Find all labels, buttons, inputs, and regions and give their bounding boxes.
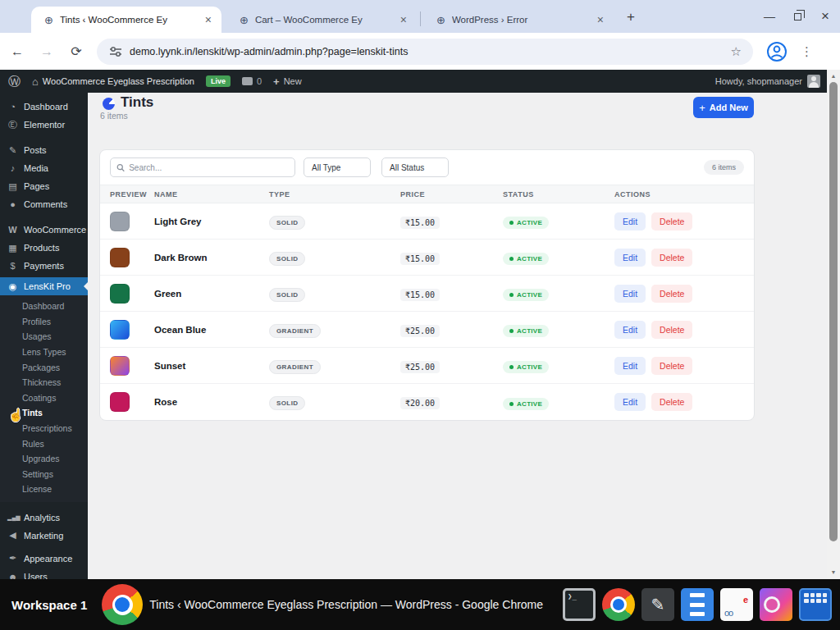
submenu-item-packages[interactable]: Packages — [0, 359, 88, 375]
edit-button[interactable]: Edit — [614, 321, 646, 339]
page-scrollbar[interactable]: ▲ ▼ — [827, 70, 840, 579]
page-content: Tints 6 items + Add New All Type All Sta… — [88, 93, 827, 579]
scroll-down-icon[interactable]: ▼ — [827, 566, 840, 578]
howdy-text[interactable]: Howdy, shopmanager — [715, 76, 802, 86]
submenu-item-lens-types[interactable]: Lens Types — [0, 345, 88, 360]
file-manager-icon[interactable] — [681, 588, 714, 621]
edit-button[interactable]: Edit — [614, 249, 646, 267]
delete-button[interactable]: Delete — [651, 321, 692, 339]
reload-button-icon[interactable]: ⟳ — [64, 39, 89, 64]
submenu-item-license[interactable]: License — [0, 482, 88, 497]
chrome-icon[interactable] — [602, 588, 635, 621]
tab-title: Tints ‹ WooCommerce Ey — [60, 15, 197, 25]
scroll-up-icon[interactable]: ▲ — [827, 70, 840, 81]
tint-swatch — [110, 356, 130, 376]
delete-button[interactable]: Delete — [651, 393, 692, 411]
submenu-item-prescriptions[interactable]: Prescriptions — [0, 421, 88, 436]
chrome-window-icon[interactable] — [102, 584, 143, 625]
edit-button[interactable]: Edit — [614, 357, 646, 375]
document-viewer-icon[interactable]: eoo — [720, 588, 753, 621]
sidebar-item-elementor[interactable]: ⒺElementor — [0, 116, 88, 134]
submenu-item-profiles[interactable]: Profiles — [0, 314, 88, 330]
window-close-icon[interactable]: × — [817, 8, 833, 25]
status-filter-select[interactable]: All Status — [381, 158, 449, 177]
tab-tints[interactable]: ⊕ Tints ‹ WooCommerce Ey × — [31, 7, 221, 33]
user-avatar[interactable] — [807, 75, 820, 88]
new-tab-button[interactable]: + — [620, 7, 641, 27]
scrollbar-thumb[interactable] — [829, 82, 838, 541]
site-settings-tune-icon[interactable] — [108, 44, 123, 59]
delete-button[interactable]: Delete — [651, 285, 692, 303]
edit-button[interactable]: Edit — [614, 285, 646, 303]
price-value: ₹15.00 — [400, 289, 440, 301]
dashboard-icon: ◔ — [7, 102, 18, 112]
posts-icon: ✎ — [7, 145, 18, 156]
search-input[interactable] — [129, 163, 289, 172]
sidebar-item-media[interactable]: ♪Media — [0, 159, 88, 177]
tab-cart[interactable]: ⊕ Cart – WooCommerce Ey × — [226, 7, 417, 33]
sidebar-item-products[interactable]: ▦Products — [0, 239, 88, 257]
filter-bar: All Type All Status 6 items — [100, 150, 754, 185]
submenu-item-settings[interactable]: Settings — [0, 467, 88, 482]
globe-favicon-icon: ⊕ — [240, 14, 249, 26]
sidebar-item-lenskit-pro[interactable]: ◉ LensKit Pro — [0, 277, 88, 295]
image-viewer-icon[interactable] — [760, 588, 792, 621]
globe-favicon-icon: ⊕ — [436, 14, 445, 26]
submenu-item-rules[interactable]: Rules — [0, 436, 88, 451]
tab-close-icon[interactable]: × — [594, 13, 607, 26]
sidebar-item-analytics[interactable]: ▂▄▆Analytics — [0, 509, 88, 527]
media-icon: ♪ — [7, 163, 18, 173]
back-button-icon[interactable]: ← — [5, 39, 30, 64]
tint-name: Ocean Blue — [154, 325, 269, 335]
submenu-item-dashboard[interactable]: Dashboard — [0, 299, 88, 314]
table-row: Rose SOLID ₹20.00 ACTIVE EditDelete — [100, 384, 754, 420]
terminal-icon[interactable]: ❯_ — [563, 588, 596, 621]
search-box[interactable] — [110, 158, 295, 177]
type-filter-select[interactable]: All Type — [304, 158, 371, 177]
tab-close-icon[interactable]: × — [202, 13, 215, 26]
window-restore-icon[interactable] — [789, 8, 806, 25]
submenu-item-coatings[interactable]: Coatings — [0, 390, 88, 406]
col-header-preview: PREVIEW — [110, 190, 154, 199]
price-value: ₹15.00 — [400, 217, 440, 229]
browser-menu-icon[interactable]: ⋮ — [801, 44, 813, 59]
col-header-actions: ACTIONS — [614, 190, 744, 199]
delete-button[interactable]: Delete — [651, 357, 692, 375]
edit-button[interactable]: Edit — [614, 212, 646, 231]
forward-button-icon[interactable]: → — [34, 39, 59, 64]
sidebar-item-woocommerce[interactable]: WWooCommerce — [0, 221, 88, 239]
status-badge: ACTIVE — [503, 253, 549, 265]
sidebar-item-dashboard[interactable]: ◔Dashboard — [0, 98, 88, 116]
sidebar-item-pages[interactable]: ▤Pages — [0, 177, 88, 195]
sidebar-item-comments[interactable]: ●Comments — [0, 195, 88, 213]
products-icon: ▦ — [7, 243, 18, 253]
workspace-label[interactable]: Workspace 1 — [11, 598, 87, 612]
active-window-title[interactable]: Tints ‹ WooCommerce Eyeglass Prescriptio… — [149, 598, 543, 611]
delete-button[interactable]: Delete — [651, 249, 692, 267]
wordpress-logo-icon[interactable]: Ⓦ — [0, 70, 26, 93]
window-minimize-icon[interactable]: — — [761, 8, 778, 25]
bookmark-star-icon[interactable]: ☆ — [731, 44, 742, 59]
tab-close-icon[interactable]: × — [397, 13, 410, 26]
edit-button[interactable]: Edit — [614, 393, 646, 411]
add-new-button[interactable]: + Add New — [693, 97, 754, 118]
url-bar[interactable]: demo.lyynk.in/lenskit/wp-admin/admin.php… — [97, 39, 753, 65]
plus-icon: + — [273, 75, 280, 88]
submenu-item-usages[interactable]: Usages — [0, 329, 88, 345]
new-content-button[interactable]: + New — [267, 70, 308, 93]
profile-avatar-icon[interactable] — [766, 41, 788, 62]
type-badge: SOLID — [269, 288, 305, 302]
tab-wp-error[interactable]: ⊕ WordPress › Error × — [423, 7, 614, 33]
sidebar-item-marketing[interactable]: ◀Marketing — [0, 527, 88, 545]
submenu-item-thickness[interactable]: Thickness — [0, 375, 88, 390]
sidebar-item-payments[interactable]: $Payments — [0, 257, 88, 275]
status-badge: ACTIVE — [503, 217, 549, 229]
sidebar-item-appearance[interactable]: ✒Appearance — [0, 550, 88, 568]
sidebar-item-posts[interactable]: ✎Posts — [0, 141, 88, 159]
submenu-item-upgrades[interactable]: Upgrades — [0, 451, 88, 467]
text-editor-icon[interactable]: ✎ — [641, 588, 674, 621]
comments-indicator[interactable]: 0 — [236, 70, 267, 93]
site-link[interactable]: ⌂ WooCommerce Eyeglass Prescription — [26, 70, 200, 93]
calculator-icon[interactable] — [799, 588, 832, 621]
delete-button[interactable]: Delete — [651, 212, 692, 231]
